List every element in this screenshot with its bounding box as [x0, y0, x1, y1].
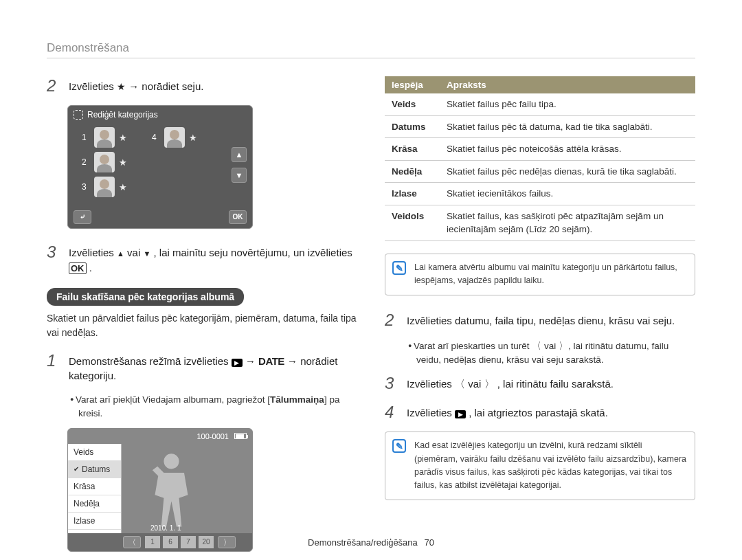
step-3: 3 Izvēlieties 〈 vai 〉 , lai ritinātu fai…	[385, 374, 695, 393]
cell-key: Datums	[385, 115, 440, 138]
category-menu: Veids ✔Datums Krāsa Nedēļa Izlase Veidol…	[68, 444, 122, 533]
face-thumb	[94, 152, 115, 172]
t: , lai ritinātu failu sarakstā.	[497, 378, 614, 390]
star-icon: ★	[117, 81, 126, 92]
cell-key: Nedēļa	[385, 160, 440, 183]
chevron-right-icon: 〉	[559, 341, 568, 351]
ok-icon: OK	[69, 262, 87, 274]
cell-val: Skatiet failus pēc tā datuma, kad tie ti…	[440, 115, 695, 138]
t: Demonstrēšanas režīmā izvēlieties	[69, 355, 232, 367]
row-num: 3	[82, 182, 91, 192]
face-row: 2 ★	[82, 151, 199, 173]
back-button[interactable]: ⤶	[74, 210, 91, 224]
t: Varat arī pieskarties un turēt	[414, 341, 532, 351]
step-text: Izvēlieties datumu, faila tipu, nedēļas …	[407, 311, 695, 328]
note-box: ✎ Lai kamera atvērtu albumu vai mainītu …	[385, 254, 695, 295]
t: .	[89, 262, 92, 273]
columns: 2 Izvēlieties ★ → norādiet seju. Rediģēt…	[47, 76, 695, 552]
t: Varat arī piekļūt Viedajam albumam, pagr…	[76, 394, 270, 405]
note-icon: ✎	[392, 439, 406, 453]
ok-button[interactable]: OK	[229, 210, 247, 224]
step-number: 1	[47, 351, 63, 370]
bottom-bar: ⤶ OK	[74, 210, 247, 224]
bullet: Varat arī pieskarties un turēt 〈 vai 〉, …	[408, 339, 695, 368]
th-description: Apraksts	[440, 76, 695, 93]
chevron-left-icon: 〈	[532, 341, 541, 351]
note-text: Kad esat izvēlējies kategoriju un izvēln…	[414, 440, 686, 490]
menu-item-week[interactable]: Nedēļa	[68, 495, 121, 513]
up-button[interactable]: ▲	[232, 147, 247, 162]
paragraph: Skatiet un pārvaldiet failus pēc kategor…	[47, 311, 357, 340]
table-row: VeidolsSkatiet failus, kas sašķiroti pēc…	[385, 205, 695, 240]
cell-val: Skatiet iecienītākos failus.	[440, 183, 695, 205]
row-num: 1	[82, 133, 91, 142]
note-icon: ✎	[392, 261, 406, 275]
star-icon: ★	[188, 133, 199, 143]
up-down-nav: ▲ ▼	[232, 147, 247, 188]
step-text: Izvēlieties ▶ , lai atgrieztos parastajā…	[407, 403, 695, 421]
cell-val: Skatiet failus pēc nedēļas dienas, kurā …	[440, 160, 695, 183]
cell-key: Krāsa	[385, 138, 440, 161]
down-button[interactable]: ▼	[232, 168, 247, 183]
step-text: Izvēlieties 〈 vai 〉 , lai ritinātu failu…	[407, 374, 695, 392]
t: Izvēlieties	[69, 247, 117, 258]
footer-text: Demonstrēšana/rediģēšana	[308, 537, 418, 548]
cell-key: Veids	[385, 93, 440, 115]
step-number: 2	[47, 76, 63, 96]
date-label: 2010. 1. 1	[150, 524, 181, 532]
step-number: 3	[385, 374, 401, 393]
chevron-down-icon: ▼	[143, 249, 150, 258]
options-table: Iespēja Apraksts VeidsSkatiet failus pēc…	[385, 76, 695, 241]
step-number: 4	[385, 403, 401, 422]
check-icon: ✔	[74, 465, 79, 473]
step-2: 2 Izvēlieties datumu, faila tipu, nedēļa…	[385, 311, 695, 330]
page-header: Demonstrēšana	[47, 41, 695, 58]
label: Datums	[82, 464, 110, 474]
step-2: 2 Izvēlieties ★ → norādiet seju.	[47, 76, 357, 96]
menu-item-type[interactable]: Veids	[68, 444, 121, 461]
play-box-icon: ▶	[232, 359, 243, 367]
table-header-row: Iespēja Apraksts	[385, 76, 695, 93]
step-3: 3 Izvēlieties ▲ vai ▼ , lai mainītu seju…	[47, 243, 357, 276]
label: Nedēļa	[74, 499, 100, 508]
t: → norādiet seju.	[128, 80, 203, 92]
menu-item-date[interactable]: ✔Datums	[68, 461, 121, 478]
t: →	[245, 355, 258, 367]
status-bar: 100-0001	[197, 432, 247, 440]
menu-item-favorites[interactable]: Izlase	[68, 513, 121, 530]
play-box-icon: ▶	[455, 410, 466, 418]
page-number: 70	[424, 537, 434, 548]
cell-key: Veidols	[385, 205, 440, 240]
screenshot-album: 100-0001 Veids ✔Datums Krāsa Nedēļa Izla…	[67, 428, 253, 552]
t: , lai atgrieztos parastajā skatā.	[469, 407, 608, 418]
screenshot-title: Rediģēt kategorijas	[74, 110, 158, 120]
face-thumb	[94, 177, 115, 197]
t: vai	[541, 341, 559, 351]
step-text: Izvēlieties ▲ vai ▼ , lai mainītu seju n…	[69, 243, 357, 276]
date-icon: DATE	[258, 355, 284, 367]
table-row: IzlaseSkatiet iecienītākos failus.	[385, 183, 695, 205]
note-text: Lai kamera atvērtu albumu vai mainītu ka…	[414, 262, 677, 285]
battery-icon	[234, 433, 247, 439]
th-option: Iespēja	[385, 76, 440, 93]
face-row: 3 ★	[82, 176, 199, 198]
t: , lai mainītu seju novērtējumu, un izvēl…	[154, 247, 352, 258]
step-text: Demonstrēšanas režīmā izvēlieties ▶ → DA…	[69, 351, 357, 384]
cell-val: Skatiet failus pēc noteicošās attēla krā…	[440, 138, 695, 161]
t: Izvēlieties	[407, 407, 455, 418]
label: Krāsa	[74, 482, 95, 491]
face-grid: 1 ★ 4 ★ 2 ★ 3 ★	[82, 126, 199, 201]
face-thumb	[94, 127, 115, 148]
screenshot-edit-categories: Rediģēt kategorijas 1 ★ 4 ★ 2 ★	[67, 105, 253, 229]
face-thumb	[164, 127, 185, 148]
label: Veids	[74, 447, 93, 457]
chevron-up-icon: ▲	[117, 249, 124, 258]
table-row: KrāsaSkatiet failus pēc noteicošās attēl…	[385, 138, 695, 161]
row-num: 2	[82, 157, 91, 167]
title-text: Rediģēt kategorijas	[87, 110, 158, 120]
label: Izlase	[74, 516, 95, 526]
body: Veids ✔Datums Krāsa Nedēļa Izlase Veidol…	[68, 444, 252, 533]
bold: Tālummaiņa	[270, 394, 324, 405]
menu-item-color[interactable]: Krāsa	[68, 478, 121, 495]
person-silhouette-icon	[139, 447, 204, 530]
